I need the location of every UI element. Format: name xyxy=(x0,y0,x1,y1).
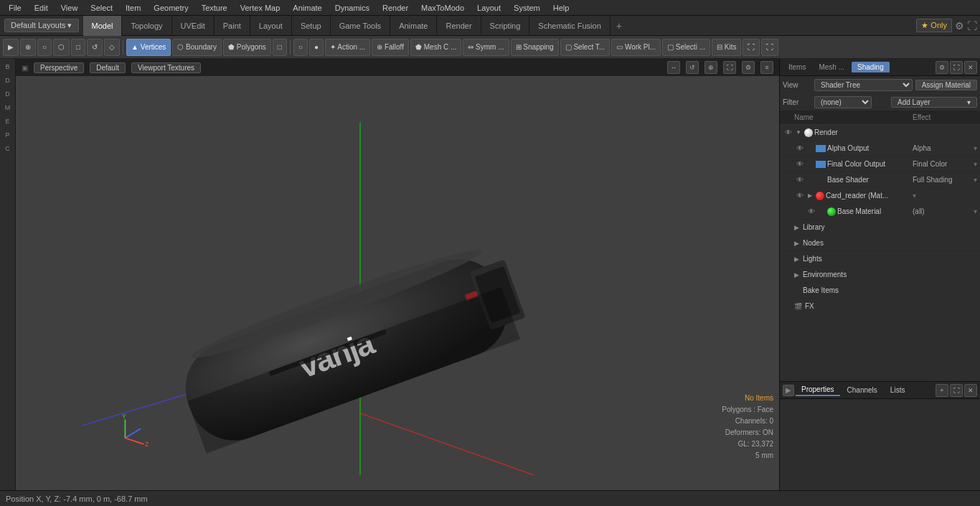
left-tool-poly[interactable]: P xyxy=(1,128,14,141)
tab-render[interactable]: Render xyxy=(437,16,481,36)
bottom-panel-expand[interactable]: ▶ xyxy=(783,385,794,396)
tree-arrow-card-reader[interactable]: ▶ xyxy=(806,192,814,200)
bottom-panel-icon-plus[interactable]: + xyxy=(936,384,948,397)
left-tool-c[interactable]: C xyxy=(1,142,14,155)
left-tool-dup[interactable]: D xyxy=(1,88,14,100)
tool-hex[interactable]: ⬡ xyxy=(53,39,70,56)
tree-item-base-material[interactable]: 👁 Base Material (all) ▾ xyxy=(780,204,980,220)
tree-arrow-render[interactable]: ▼ xyxy=(794,128,803,137)
tab-game-tools[interactable]: Game Tools xyxy=(331,16,391,36)
tool-polygons[interactable]: ⬟ Polygons xyxy=(223,39,271,56)
tool-small-circle[interactable]: ○ xyxy=(293,39,308,56)
tool-3d-icon[interactable]: ⛶ xyxy=(743,39,760,56)
menu-layout[interactable]: Layout xyxy=(471,2,507,14)
menu-geometry[interactable]: Geometry xyxy=(148,2,194,14)
tree-section-lights[interactable]: ▶ Lights xyxy=(780,251,980,267)
tree-eye-render[interactable]: 👁 xyxy=(783,127,794,139)
tab-topology[interactable]: Topology xyxy=(122,16,171,36)
tool-select-mode[interactable]: ▶ xyxy=(3,39,19,56)
panel-icon-close[interactable]: ✕ xyxy=(964,61,977,74)
tree-section-nodes[interactable]: ▶ Nodes xyxy=(780,235,980,251)
menu-vertex-map[interactable]: Vertex Map xyxy=(235,2,286,14)
tool-square[interactable]: □ xyxy=(71,39,85,56)
menu-edit[interactable]: Edit xyxy=(29,2,54,14)
tool-diamond[interactable]: ◇ xyxy=(104,39,120,56)
filter-select[interactable]: (none) xyxy=(814,96,872,108)
panel-icon-expand[interactable]: ⛶ xyxy=(950,61,963,74)
left-tool-mesh[interactable]: M xyxy=(1,101,14,114)
tool-rotate[interactable]: ↺ xyxy=(87,39,103,56)
viewport-icon-fit[interactable]: ⛶ xyxy=(723,61,736,74)
viewport-toggle[interactable]: ▣ xyxy=(22,64,28,72)
menu-maxtomodo[interactable]: MaxToModo xyxy=(415,2,470,14)
viewport-icon-rotate[interactable]: ↺ xyxy=(686,61,699,74)
viewport[interactable]: ▣ Perspective Default Viewport Textures … xyxy=(16,59,779,490)
menu-animate[interactable]: Animate xyxy=(287,2,327,14)
tree-item-card-reader[interactable]: 👁 ▶ Card_reader (Mat... ▾ xyxy=(780,188,980,204)
viewport-icon-camera[interactable]: ⚙ xyxy=(742,61,755,74)
tool-work-pl[interactable]: ▭ Work Pl... xyxy=(611,39,661,56)
tree-item-base-shader[interactable]: 👁 Base Shader Full Shading ▾ xyxy=(780,172,980,188)
tree-eye-base-material[interactable]: 👁 xyxy=(806,206,817,217)
tree-item-final-color[interactable]: 👁 Final Color Output Final Color ▾ xyxy=(780,156,980,172)
menu-help[interactable]: Help xyxy=(547,2,575,14)
tree-item-alpha[interactable]: 👁 Alpha Output Alpha ▾ xyxy=(780,141,980,156)
tool-3d-icon2[interactable]: ⛶ xyxy=(761,39,778,56)
menu-file[interactable]: File xyxy=(3,2,27,14)
default-layouts-dropdown[interactable]: Default Layouts ▾ xyxy=(4,19,79,32)
viewport-icon-settings[interactable]: ≡ xyxy=(760,61,773,74)
lights-arrow[interactable]: ▶ xyxy=(794,256,803,263)
tab-shading[interactable]: Shading xyxy=(852,62,890,72)
add-layer-button[interactable]: Add Layer ▾ xyxy=(891,97,977,108)
left-tool-item[interactable]: B xyxy=(1,60,14,73)
tree-section-environments[interactable]: ▶ Environments xyxy=(780,267,980,283)
tab-model[interactable]: Model xyxy=(83,16,123,36)
tab-mesh[interactable]: Mesh ... xyxy=(813,62,850,72)
tree-eye-card-reader[interactable]: 👁 xyxy=(794,190,806,202)
tool-mesh-c[interactable]: ⬟ Mesh C ... xyxy=(410,39,461,56)
tab-layout[interactable]: Layout xyxy=(250,16,292,36)
tool-falloff[interactable]: ⊕ Falloff xyxy=(372,39,409,56)
tree-section-fx[interactable]: 🎬 FX xyxy=(780,299,980,314)
menu-system[interactable]: System xyxy=(508,2,546,14)
viewport-icon-arrows[interactable]: ↔ xyxy=(667,61,680,74)
nodes-arrow[interactable]: ▶ xyxy=(794,240,803,247)
tree-item-render[interactable]: 👁 ▼ Render xyxy=(780,125,980,141)
menu-render[interactable]: Render xyxy=(377,2,414,14)
menu-item[interactable]: Item xyxy=(120,2,146,14)
bottom-panel-icon-close[interactable]: ✕ xyxy=(964,384,977,397)
tree-eye-base-shader[interactable]: 👁 xyxy=(794,174,806,186)
tab-channels[interactable]: Channels xyxy=(842,385,883,395)
tool-snapping[interactable]: ⊞ Snapping xyxy=(511,39,559,56)
layout-settings-icon[interactable]: ⚙ xyxy=(955,20,964,32)
tool-kits[interactable]: ⊟ Kits xyxy=(712,39,741,56)
menu-texture[interactable]: Texture xyxy=(196,2,233,14)
menu-select[interactable]: Select xyxy=(85,2,118,14)
tree-eye-alpha[interactable]: 👁 xyxy=(794,143,806,154)
tab-schematic-fusion[interactable]: Schematic Fusion xyxy=(529,16,610,36)
viewport-textures[interactable]: Viewport Textures xyxy=(131,62,201,73)
tool-boundary[interactable]: ⬡ Boundary xyxy=(172,39,222,56)
tab-properties[interactable]: Properties xyxy=(796,384,840,396)
viewport-default[interactable]: Default xyxy=(90,62,126,73)
panel-icon-settings[interactable]: ⚙ xyxy=(936,61,948,74)
tab-paint[interactable]: Paint xyxy=(215,16,250,36)
viewport-perspective[interactable]: Perspective xyxy=(34,62,84,73)
bottom-panel-icon-expand[interactable]: ⛶ xyxy=(950,384,963,397)
star-only-button[interactable]: ★ Only xyxy=(916,19,952,32)
tool-action[interactable]: ✦ Action ... xyxy=(325,39,370,56)
layout-fullscreen-icon[interactable]: ⛶ xyxy=(967,20,977,32)
tree-section-bake-items[interactable]: Bake Items xyxy=(780,283,980,299)
tool-circle[interactable]: ○ xyxy=(37,39,52,56)
tab-animate[interactable]: Animate xyxy=(390,16,437,36)
tool-select-t[interactable]: ▢ Select T... xyxy=(560,39,611,56)
tool-symm[interactable]: ⇔ Symm ... xyxy=(463,39,509,56)
tab-uvedit[interactable]: UVEdit xyxy=(172,16,215,36)
menu-dynamics[interactable]: Dynamics xyxy=(329,2,375,14)
view-select[interactable]: Shader Tree xyxy=(814,79,913,91)
add-layout-tab-button[interactable]: + xyxy=(611,17,628,34)
environments-arrow[interactable]: ▶ xyxy=(794,271,803,278)
tab-setup[interactable]: Setup xyxy=(292,16,331,36)
tab-items[interactable]: Items xyxy=(783,62,811,72)
tree-eye-final-color[interactable]: 👁 xyxy=(794,159,806,170)
